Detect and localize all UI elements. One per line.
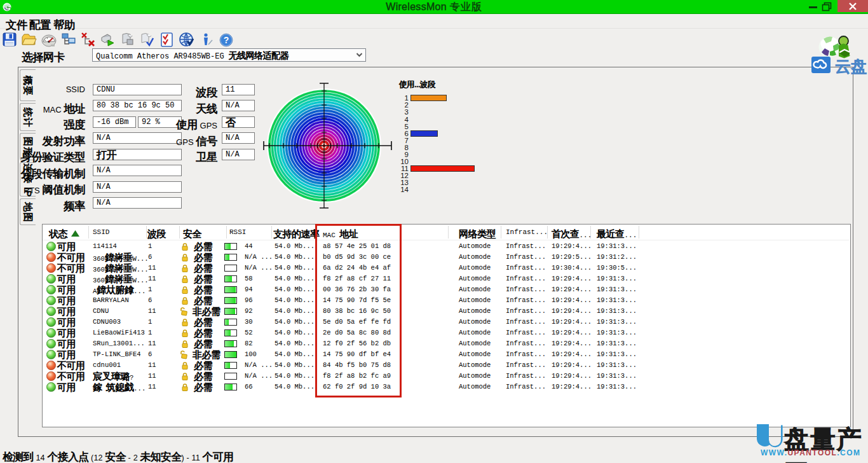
svg-text:?: ?	[224, 35, 229, 45]
